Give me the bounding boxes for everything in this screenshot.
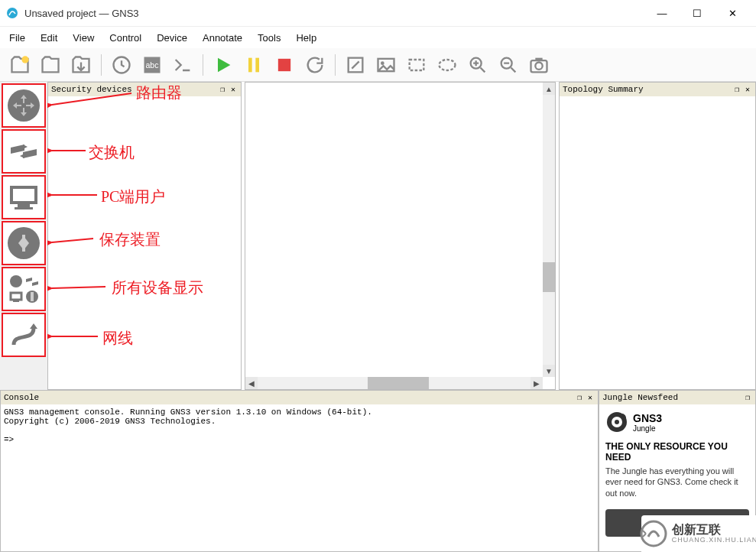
maximize-button[interactable]: ☐ xyxy=(680,2,715,24)
watermark-main: 创新互联 xyxy=(672,524,756,536)
add-link-button[interactable] xyxy=(2,313,46,357)
svg-point-31 xyxy=(615,420,619,424)
svg-rect-7 xyxy=(278,58,290,70)
screenshot-button[interactable] xyxy=(525,51,553,79)
menu-device[interactable]: Device xyxy=(149,29,195,47)
svg-point-1 xyxy=(21,56,28,63)
menu-control[interactable]: Control xyxy=(102,29,149,47)
annotation-switch: 交换机 xyxy=(89,142,135,163)
routers-category-button[interactable] xyxy=(2,83,46,128)
panel-close-icon[interactable]: ✕ xyxy=(229,85,238,94)
console-output[interactable]: GNS3 management console. Running GNS3 ve… xyxy=(1,404,598,551)
menu-annotate[interactable]: Annotate xyxy=(195,29,250,47)
reload-button[interactable] xyxy=(301,51,329,79)
svg-rect-17 xyxy=(535,57,542,60)
svg-rect-28 xyxy=(31,292,34,301)
menu-edit[interactable]: Edit xyxy=(33,29,65,47)
scroll-left-arrow[interactable]: ◀ xyxy=(245,377,258,389)
canvas-vertical-scrollbar[interactable]: ▲ ▼ xyxy=(543,83,555,377)
svg-rect-11 xyxy=(410,60,424,70)
show-interfaces-button[interactable]: abc xyxy=(138,51,166,79)
canvas-horizontal-scrollbar[interactable]: ◀ ▶ xyxy=(245,377,543,389)
new-project-button[interactable] xyxy=(6,51,34,79)
open-project-button[interactable] xyxy=(37,51,64,79)
zoom-in-button[interactable] xyxy=(464,51,492,79)
annotation-all-devices: 所有设备显示 xyxy=(112,278,203,298)
panel-close-icon[interactable]: ✕ xyxy=(586,393,595,402)
panel-float-icon[interactable]: ❐ xyxy=(218,85,227,94)
end-devices-category-button[interactable] xyxy=(2,175,46,219)
draw-ellipse-button[interactable] xyxy=(433,51,461,79)
svg-rect-20 xyxy=(18,204,30,207)
window-title: Unsaved project — GNS3 xyxy=(24,8,644,19)
menu-file[interactable]: File xyxy=(2,29,33,47)
watermark-sub: CHUANG.XIN.HU.LIAN xyxy=(672,536,756,544)
jungle-brand-top: GNS3 xyxy=(633,412,662,424)
minimize-button[interactable]: — xyxy=(644,2,680,24)
svg-rect-26 xyxy=(13,300,19,302)
svg-point-18 xyxy=(8,89,40,122)
menu-bar: File Edit View Control Device Annotate T… xyxy=(0,27,756,48)
annotation-save: 保存装置 xyxy=(99,229,161,250)
scroll-right-arrow[interactable]: ▶ xyxy=(530,377,543,389)
jungle-brand-bottom: Jungle xyxy=(633,424,662,433)
snapshot-button[interactable] xyxy=(108,51,135,79)
pause-button[interactable] xyxy=(240,51,268,79)
panel-close-icon[interactable]: ✕ xyxy=(743,85,752,94)
jungle-logo: GNS3 Jungle xyxy=(605,411,749,433)
draw-rectangle-button[interactable] xyxy=(403,51,430,79)
svg-rect-6 xyxy=(255,57,259,72)
svg-rect-25 xyxy=(11,293,21,300)
menu-help[interactable]: Help xyxy=(288,29,324,47)
save-project-button[interactable] xyxy=(67,51,95,79)
jungle-text: The Jungle has everything you will ever … xyxy=(605,466,749,498)
panel-float-icon[interactable]: ❐ xyxy=(575,393,584,402)
svg-point-10 xyxy=(381,61,384,65)
topology-panel-title: Topology Summary xyxy=(563,85,644,94)
security-devices-category-button[interactable] xyxy=(2,221,46,265)
insert-image-button[interactable] xyxy=(372,51,400,79)
annotation-cable: 网线 xyxy=(102,328,133,349)
scroll-up-arrow[interactable]: ▲ xyxy=(543,83,555,95)
scroll-down-arrow[interactable]: ▼ xyxy=(543,365,555,377)
add-note-button[interactable] xyxy=(342,51,369,79)
app-icon xyxy=(6,7,18,19)
topology-canvas[interactable]: ▲ ▼ ◀ ▶ xyxy=(245,82,556,390)
svg-point-16 xyxy=(535,62,542,69)
svg-point-24 xyxy=(10,275,22,287)
all-devices-category-button[interactable] xyxy=(2,267,46,311)
console-panel-title: Console xyxy=(4,393,39,402)
svg-rect-21 xyxy=(15,207,33,209)
topology-summary-list[interactable] xyxy=(560,96,755,389)
jungle-headline: THE ONLY RESOURCE YOU NEED xyxy=(605,441,749,463)
start-button[interactable] xyxy=(209,51,237,79)
svg-point-0 xyxy=(7,8,18,18)
annotation-router: 路由器 xyxy=(136,83,182,103)
annotation-pc: PC端用户 xyxy=(101,187,165,207)
horizontal-scroll-thumb[interactable] xyxy=(368,377,429,389)
panel-float-icon[interactable]: ❐ xyxy=(743,393,752,402)
menu-tools[interactable]: Tools xyxy=(250,29,288,47)
security-panel-title: Security devices xyxy=(51,85,132,94)
jungle-panel-title: Jungle Newsfeed xyxy=(602,393,678,402)
svg-rect-23 xyxy=(22,235,25,252)
svg-rect-19 xyxy=(11,187,36,203)
stop-button[interactable] xyxy=(271,51,298,79)
svg-rect-5 xyxy=(248,57,252,72)
close-button[interactable]: ✕ xyxy=(715,2,750,24)
svg-text:abc: abc xyxy=(146,60,159,69)
watermark: 创新互联 CHUANG.XIN.HU.LIAN xyxy=(641,515,756,552)
zoom-out-button[interactable] xyxy=(495,51,522,79)
svg-point-12 xyxy=(440,60,456,70)
vertical-scroll-thumb[interactable] xyxy=(543,262,555,292)
panel-float-icon[interactable]: ❐ xyxy=(732,85,741,94)
switches-category-button[interactable] xyxy=(2,129,46,174)
menu-view[interactable]: View xyxy=(65,29,102,47)
console-button[interactable] xyxy=(169,51,196,79)
